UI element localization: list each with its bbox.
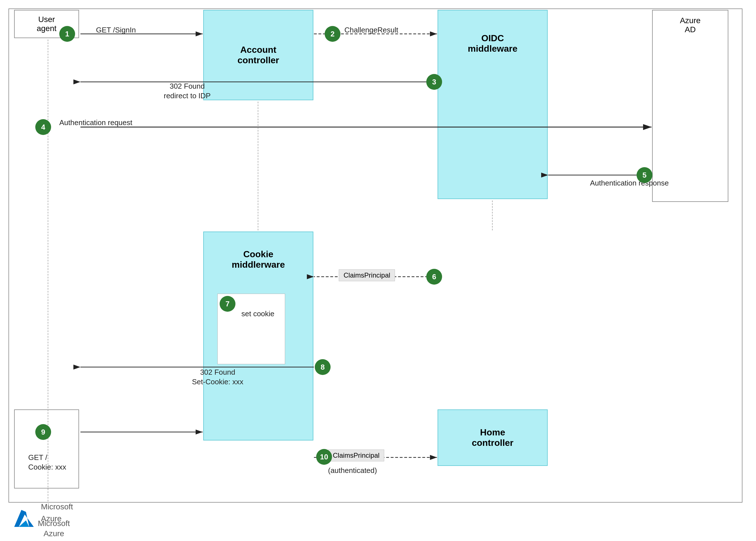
diagram-container: User agent Accountcontroller OIDCmiddlew… bbox=[0, 0, 756, 541]
badge-5: 5 bbox=[636, 167, 652, 183]
label-auth-request: Authentication request bbox=[59, 118, 133, 128]
badge-3: 3 bbox=[426, 74, 442, 90]
badge-7: 7 bbox=[219, 296, 235, 312]
account-controller-box: Accountcontroller bbox=[203, 10, 313, 100]
label-302-redirect: 302 Found redirect to IDP bbox=[164, 72, 210, 101]
microsoft-azure-logo: Microsoft Azure bbox=[14, 510, 38, 527]
badge-1: 1 bbox=[59, 26, 75, 42]
label-challenge: ChallengeResult bbox=[344, 25, 398, 35]
home-controller-box: Homecontroller bbox=[438, 409, 548, 466]
outer-border bbox=[8, 8, 742, 503]
account-controller-label: Accountcontroller bbox=[237, 45, 279, 65]
badge-9: 9 bbox=[35, 424, 51, 440]
badge-10: 10 bbox=[316, 449, 332, 465]
azure-ad-label2: Azure AD bbox=[680, 16, 700, 34]
label-get-cookie: GET / Cookie: xxx bbox=[28, 443, 66, 472]
label-302-setcookie: 302 Found Set-Cookie: xxx bbox=[192, 358, 243, 386]
badge-2: 2 bbox=[325, 26, 340, 42]
claims-principal-10-box: ClaimsPrincipal bbox=[328, 449, 384, 461]
label-authenticated: (authenticated) bbox=[328, 466, 377, 475]
cookie-middleware-label: Cookiemiddlerware bbox=[232, 249, 285, 270]
label-get-signin: GET /SignIn bbox=[96, 25, 136, 35]
badge-8: 8 bbox=[315, 359, 331, 375]
oidc-middleware-label: OIDCmiddleware bbox=[468, 33, 518, 54]
claims-principal-6-box: ClaimsPrincipal bbox=[339, 270, 395, 281]
label-set-cookie: set cookie bbox=[241, 309, 274, 319]
user-agent-label: User agent bbox=[37, 15, 57, 33]
badge-4: 4 bbox=[35, 119, 51, 135]
ms-brand-label: Microsoft Azure bbox=[41, 501, 73, 525]
badge-6: 6 bbox=[426, 269, 442, 284]
home-controller-label: Homecontroller bbox=[472, 427, 514, 448]
azure-ad-tall-box: Azure AD bbox=[652, 10, 728, 202]
azure-logo-icon bbox=[14, 510, 34, 527]
oidc-middleware-box: OIDCmiddleware bbox=[438, 10, 548, 199]
label-auth-response: Authentication response bbox=[590, 178, 669, 188]
